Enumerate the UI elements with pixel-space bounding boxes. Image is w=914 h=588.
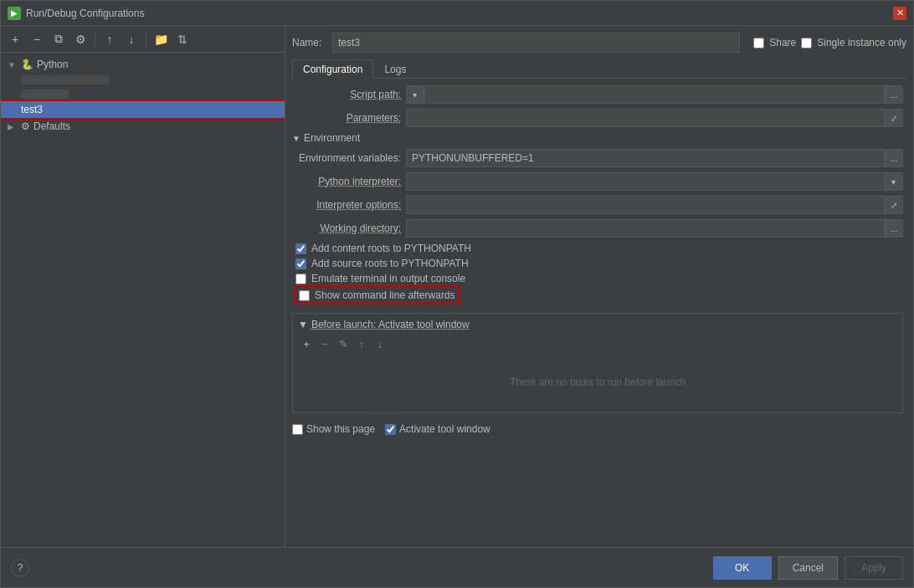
env-variables-row: Environment variables: ... [292, 149, 903, 167]
parameters-expand-btn[interactable]: ⤢ [885, 109, 903, 127]
move-down-button[interactable]: ↓ [122, 30, 141, 49]
python-label: Python [37, 59, 68, 70]
share-label: Share [769, 37, 796, 49]
before-launch-triangle-icon: ▼ [298, 319, 308, 330]
tree-item-python[interactable]: ▼ 🐍 Python [1, 56, 285, 73]
folder-button[interactable]: 📁 [151, 30, 170, 49]
show-this-page-row: Show this page [292, 423, 375, 435]
left-panel: + − ⧉ ⚙ ↑ ↓ 📁 ⇅ ▼ 🐍 Python █████████████… [1, 26, 285, 547]
remove-config-button[interactable]: − [28, 30, 46, 49]
add-source-roots-label: Add source roots to PYTHONPATH [311, 258, 469, 269]
working-directory-input[interactable] [406, 219, 885, 238]
env-variables-label: Environment variables: [292, 152, 401, 164]
python-interpreter-row: Python interpreter: ▾ [292, 172, 903, 191]
single-instance-checkbox[interactable] [801, 38, 812, 49]
working-directory-browse-btn[interactable]: ... [885, 219, 903, 238]
working-directory-label: Working directory: [292, 222, 401, 234]
toolbar-separator2 [146, 33, 146, 46]
footer-left: ? [11, 559, 29, 577]
cancel-button[interactable]: Cancel [778, 556, 838, 580]
name-label: Name: [292, 37, 326, 49]
before-launch-content: There are no tasks to run before launch [298, 357, 897, 407]
window-icon: ▶ [8, 7, 21, 20]
before-launch-remove-btn[interactable]: − [316, 335, 333, 352]
env-variables-input-group: ... [406, 149, 903, 167]
before-launch-add-btn[interactable]: + [298, 335, 315, 352]
show-this-page-label: Show this page [306, 423, 375, 435]
add-content-roots-row: Add content roots to PYTHONPATH [292, 243, 903, 254]
environment-section-header: ▼ Environment [292, 132, 903, 144]
emulate-terminal-row: Emulate terminal in output console [292, 273, 903, 284]
before-launch-section: ▼ Before launch: Activate tool window + … [292, 313, 903, 413]
tabs: Configuration Logs [292, 59, 906, 79]
interpreter-options-input[interactable] [406, 196, 885, 214]
test3-label: test3 [21, 104, 43, 115]
script-path-label: Script path: [292, 89, 401, 100]
python-folder-icon: 🐍 [21, 59, 33, 70]
parameters-label: Parameters: [292, 112, 401, 124]
add-config-button[interactable]: + [6, 30, 24, 49]
share-checkbox[interactable] [753, 38, 764, 49]
window-title: Run/Debug Configurations [26, 8, 144, 19]
move-config-button[interactable]: ⚙ [71, 30, 90, 49]
run-debug-window: ▶ Run/Debug Configurations ✕ + − ⧉ ⚙ ↑ ↓… [0, 0, 914, 588]
name-input[interactable] [332, 33, 740, 53]
show-this-page-checkbox[interactable] [292, 424, 303, 435]
parameters-row: Parameters: ⤢ [292, 109, 903, 127]
close-button[interactable]: ✕ [893, 7, 906, 20]
python-interpreter-dropdown-btn[interactable]: ▾ [885, 172, 903, 191]
tree-item-blurred1[interactable]: ███████████████ [1, 73, 285, 87]
toolbar-separator [95, 33, 95, 46]
tab-configuration[interactable]: Configuration [292, 59, 373, 79]
script-path-row: Script path: ▾ ... [292, 85, 903, 104]
add-content-roots-label: Add content roots to PYTHONPATH [311, 243, 471, 254]
title-bar: ▶ Run/Debug Configurations ✕ [1, 1, 913, 26]
script-path-input-group: ▾ ... [406, 85, 903, 104]
script-path-browse-btn[interactable]: ... [885, 85, 903, 104]
show-command-line-label: Show command line afterwards [315, 289, 454, 301]
apply-button[interactable]: Apply [845, 556, 903, 580]
environment-label: Environment [304, 132, 360, 144]
python-interpreter-input[interactable] [406, 172, 885, 191]
single-instance-label: Single instance only [817, 37, 906, 49]
move-up-button[interactable]: ↑ [100, 30, 119, 49]
parameters-input[interactable] [406, 109, 885, 127]
defaults-expand-icon: ▶ [8, 122, 18, 131]
before-launch-up-btn[interactable]: ↑ [353, 335, 370, 352]
env-triangle-icon: ▼ [292, 134, 300, 143]
script-path-dropdown-btn[interactable]: ▾ [406, 85, 424, 104]
bottom-checkboxes: Show this page Activate tool window [292, 420, 903, 435]
env-variables-input[interactable] [406, 149, 885, 167]
ok-button[interactable]: OK [713, 556, 772, 580]
before-launch-down-btn[interactable]: ↓ [372, 335, 388, 352]
add-source-roots-row: Add source roots to PYTHONPATH [292, 258, 903, 269]
sort-button[interactable]: ⇅ [173, 30, 192, 49]
blurred-item-2: ████████ [21, 89, 69, 99]
show-command-line-checkbox[interactable] [299, 290, 310, 301]
working-directory-row: Working directory: ... [292, 219, 903, 238]
show-command-line-highlighted-row: Show command line afterwards [295, 288, 458, 303]
interpreter-options-expand-btn[interactable]: ⤢ [885, 196, 903, 214]
before-launch-label: Before launch: Activate tool window [311, 319, 470, 330]
tree-item-defaults[interactable]: ▶ ⚙ Defaults [1, 118, 285, 135]
before-launch-edit-btn[interactable]: ✎ [335, 335, 352, 352]
tree-item-blurred2[interactable]: ████████ [1, 87, 285, 101]
no-tasks-text: There are no tasks to run before launch [298, 360, 897, 405]
left-toolbar: + − ⧉ ⚙ ↑ ↓ 📁 ⇅ [1, 26, 285, 53]
interpreter-options-input-group: ⤢ [406, 196, 903, 214]
emulate-terminal-checkbox[interactable] [295, 274, 306, 284]
script-path-input[interactable] [424, 85, 885, 104]
tab-logs[interactable]: Logs [373, 59, 417, 79]
help-button[interactable]: ? [11, 559, 29, 577]
add-content-roots-checkbox[interactable] [295, 243, 306, 254]
activate-tool-window-checkbox[interactable] [385, 424, 396, 435]
blurred-item-1: ███████████████ [21, 75, 110, 84]
footer-right: OK Cancel Apply [713, 556, 903, 580]
parameters-input-group: ⤢ [406, 109, 903, 127]
copy-config-button[interactable]: ⧉ [49, 30, 68, 49]
env-variables-browse-btn[interactable]: ... [885, 149, 903, 167]
tree-item-test3[interactable]: test3 [1, 101, 285, 118]
add-source-roots-checkbox[interactable] [295, 258, 306, 269]
emulate-terminal-label: Emulate terminal in output console [311, 273, 465, 284]
before-launch-toolbar: + − ✎ ↑ ↓ [298, 335, 897, 352]
